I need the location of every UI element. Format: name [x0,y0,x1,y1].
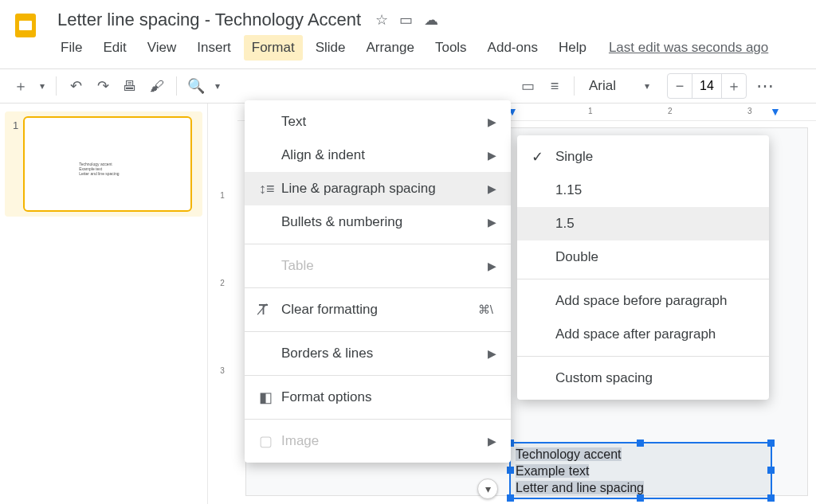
format-line-spacing[interactable]: ↕≡Line & paragraph spacing▶ [245,172,511,205]
caret-down-icon: ▾ [645,80,649,92]
menu-separator [245,287,511,288]
new-slide-dropdown[interactable]: ▾ [35,73,49,99]
resize-handle[interactable] [637,440,644,447]
menu-help[interactable]: Help [551,35,594,61]
menu-insert[interactable]: Insert [189,35,239,61]
check-icon: ✓ [532,148,555,166]
format-options[interactable]: ◧Format options [245,381,511,414]
font-name: Arial [589,78,616,94]
resize-handle[interactable] [507,467,514,474]
dropdown-arrow-icon[interactable]: ▾ [477,479,498,499]
format-table: Table▶ [245,249,511,283]
font-dropdown[interactable]: Arial▾ [581,78,657,94]
font-size-input[interactable] [692,74,722,98]
star-icon[interactable]: ☆ [375,11,388,29]
slide-thumbnail[interactable]: 1 Technology accent Example text Letter … [5,111,202,217]
menu-separator [245,419,511,420]
font-size-group: − ＋ [667,73,747,99]
menu-edit[interactable]: Edit [95,35,134,61]
menu-view[interactable]: View [139,35,185,61]
separator [56,76,57,96]
separator [574,76,575,96]
spacing-15[interactable]: 1.5 [517,207,769,240]
resize-handle[interactable] [767,494,775,502]
format-clear[interactable]: 𝖳̸Clear formatting⌘\ [245,293,511,326]
spacing-add-after[interactable]: Add space after paragraph [517,318,769,351]
menu-arrange[interactable]: Arrange [358,35,422,61]
image-icon: ▢ [259,432,281,450]
resize-handle[interactable] [767,467,775,474]
submenu-arrow-icon: ▶ [488,260,496,272]
resize-handle[interactable] [767,440,775,447]
submenu-arrow-icon: ▶ [488,182,496,195]
format-text[interactable]: Text▶ [245,105,511,139]
indent-marker-right[interactable]: ▼ [770,105,781,118]
menu-separator [245,244,511,244]
separator [176,76,177,96]
undo-button[interactable]: ↶ [63,73,88,99]
zoom-dropdown[interactable]: ▾ [210,73,225,99]
svg-rect-1 [19,21,32,30]
last-edit-link[interactable]: Last edit was seconds ago [609,40,768,56]
format-borders[interactable]: Borders & lines▶ [245,337,511,370]
resize-handle[interactable] [507,494,514,502]
print-button[interactable]: 🖶 [117,73,143,99]
submenu-arrow-icon: ▶ [488,347,496,360]
line-spacing-icon: ↕≡ [259,181,281,197]
new-slide-button[interactable]: ＋ [8,73,33,99]
border-color-button[interactable]: ▭ [515,73,540,99]
thumb-preview: Technology accent Example text Letter an… [79,162,119,176]
border-weight-button[interactable]: ≡ [542,73,567,99]
slide-number: 1 [10,116,23,212]
menu-slide[interactable]: Slide [308,35,354,61]
spacing-115[interactable]: 1.15 [517,174,769,207]
format-menu: Text▶ Align & indent▶ ↕≡Line & paragraph… [245,100,511,463]
font-size-increase[interactable]: ＋ [722,74,746,98]
menu-addons[interactable]: Add-ons [480,35,546,61]
submenu-arrow-icon: ▶ [488,149,496,162]
cloud-icon[interactable]: ☁ [424,11,438,29]
selected-textbox[interactable]: Technology accent Example text Letter an… [509,442,772,499]
toolbar-more-button[interactable]: ⋯ [756,76,775,96]
textbox-content[interactable]: Technology accent Example text Letter an… [511,443,771,499]
spacing-custom[interactable]: Custom spacing [517,361,769,395]
toolbar: ＋ ▾ ↶ ↷ 🖶 🖌 🔍 ▾ ▭ ≡ Arial▾ − ＋ ⋯ [0,68,816,104]
shortcut-label: ⌘\ [478,303,493,317]
vertical-ruler: 1 2 3 [207,104,237,504]
spacing-double[interactable]: Double [517,240,769,274]
menu-file[interactable]: File [53,35,90,61]
submenu-arrow-icon: ▶ [488,216,496,229]
redo-button[interactable]: ↷ [90,73,116,99]
format-image: ▢Image▶ [245,424,511,458]
move-icon[interactable]: ▭ [399,11,413,29]
font-size-decrease[interactable]: − [668,74,692,98]
menu-separator [517,279,769,279]
submenu-arrow-icon: ▶ [488,115,496,128]
menu-separator [245,375,511,376]
menu-separator [245,331,511,332]
menu-tools[interactable]: Tools [427,35,475,61]
format-align-indent[interactable]: Align & indent▶ [245,139,511,172]
resize-handle[interactable] [637,494,644,502]
document-title[interactable]: Letter line spacing - Technology Accent [53,6,366,33]
line-spacing-submenu: ✓Single 1.15 1.5 Double Add space before… [517,135,769,400]
clear-format-icon: 𝖳̸ [259,301,281,318]
paint-format-button[interactable]: 🖌 [144,73,170,99]
menu-separator [517,356,769,357]
format-options-icon: ◧ [259,389,281,406]
submenu-arrow-icon: ▶ [488,435,496,447]
spacing-add-before[interactable]: Add space before paragraph [517,284,769,318]
format-bullets[interactable]: Bullets & numbering▶ [245,205,511,239]
slides-logo[interactable] [10,10,41,41]
zoom-button[interactable]: 🔍 [183,73,209,99]
spacing-single[interactable]: ✓Single [517,140,769,174]
menu-format[interactable]: Format [244,35,303,61]
